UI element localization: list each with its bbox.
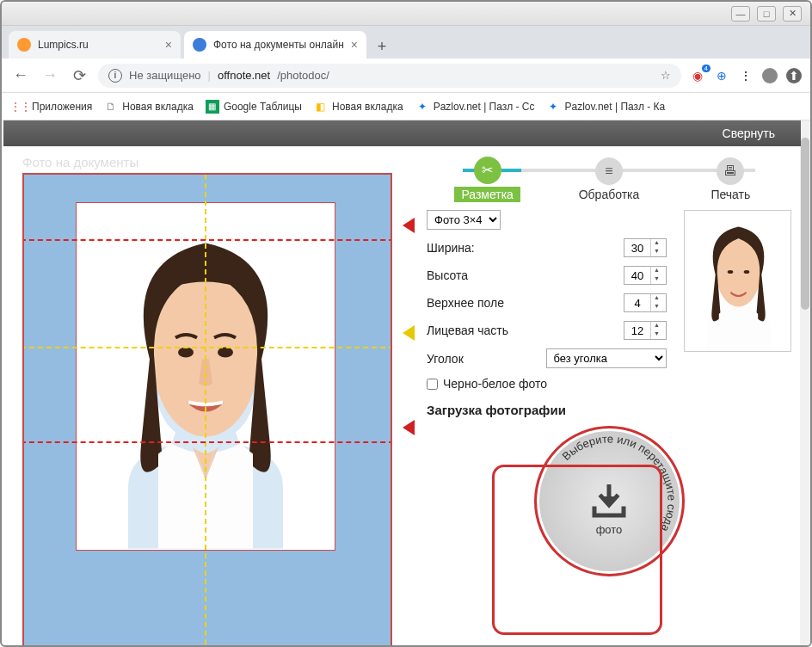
arrow-chin-icon[interactable] — [403, 420, 415, 435]
tab-lumpics[interactable]: Lumpics.ru × — [9, 31, 181, 59]
page-icon: ◧ — [314, 100, 328, 114]
scrollbar-thumb[interactable] — [801, 138, 809, 310]
upload-button[interactable]: Выберите или перетащите сюда фото — [534, 426, 685, 576]
sliders-icon: ≡ — [595, 157, 623, 185]
arrow-eyes-icon[interactable] — [403, 325, 415, 341]
puzzle-icon: ✦ — [415, 100, 429, 114]
window-close-button[interactable]: ✕ — [783, 6, 802, 22]
url-box[interactable]: i Не защищено | offnote.net/photodoc/ ☆ — [98, 64, 681, 88]
tab-photodoc[interactable]: Фото на документы онлайн × — [184, 31, 366, 59]
menu-icon[interactable]: ⋮ — [738, 68, 754, 83]
step-processing[interactable]: ≡ Обработка — [548, 157, 669, 201]
toolbar-icons: ◉4 ⊕ ⋮ ⬆ — [690, 68, 802, 83]
tab-title: Lumpics.ru — [38, 39, 89, 51]
step-print[interactable]: 🖶 Печать — [670, 157, 791, 201]
page-content: Свернуть Фото на документы — [2, 120, 810, 645]
svg-text:Выберите или перетащите сюда: Выберите или перетащите сюда — [559, 432, 678, 534]
bookmark-newtab2[interactable]: ◧Новая вкладка — [311, 98, 407, 115]
settings-row: Фото 3×4 Ширина: ▲▼ Высота ▲▼ Верхнее по… — [427, 210, 791, 391]
height-label: Высота — [427, 268, 617, 282]
app-topbar: Свернуть — [3, 120, 801, 146]
width-input[interactable]: ▲▼ — [624, 238, 667, 257]
site-info-icon[interactable]: i — [108, 69, 122, 83]
top-margin-input[interactable]: ▲▼ — [624, 293, 667, 312]
face-part-label: Лицевая часть — [427, 324, 617, 337]
star-icon[interactable]: ☆ — [661, 69, 671, 82]
guide-h-eyes[interactable] — [22, 347, 392, 348]
scrollbar[interactable] — [800, 120, 810, 645]
upload-center-label: фото — [596, 523, 623, 536]
window-maximize-button[interactable]: □ — [757, 6, 776, 22]
favicon-icon — [17, 38, 31, 52]
size-select[interactable]: Фото 3×4 — [427, 210, 501, 230]
width-label: Ширина: — [427, 241, 617, 255]
tab-close-icon[interactable]: × — [351, 38, 358, 52]
photo-editor-pane: Фото на документы — [2, 120, 415, 645]
new-tab-button[interactable]: + — [370, 34, 394, 59]
pane-title: Фото на документы — [22, 155, 406, 169]
extension-icon[interactable]: ◉4 — [690, 68, 705, 83]
sheets-icon: ▦ — [206, 100, 219, 114]
svg-point-6 — [728, 270, 734, 274]
more-icon[interactable]: ⬆ — [786, 68, 802, 83]
forward-button[interactable]: → — [40, 65, 60, 86]
apps-icon: ⋮⋮ — [14, 100, 28, 114]
tab-title: Фото на документы онлайн — [213, 39, 344, 51]
window-minimize-button[interactable]: — — [731, 6, 750, 22]
wizard-steps: ✂ Разметка ≡ Обработка 🖶 Печать — [427, 155, 791, 203]
favicon-icon — [193, 38, 206, 52]
corner-label: Уголок — [427, 352, 539, 366]
address-bar: ← → ⟳ i Не защищено | offnote.net/photod… — [2, 59, 810, 93]
bookmark-newtab1[interactable]: 🗋Новая вкладка — [101, 98, 197, 115]
back-button[interactable]: ← — [10, 65, 31, 86]
printer-icon: 🖶 — [717, 157, 744, 185]
avatar-icon[interactable] — [762, 68, 778, 83]
svg-point-3 — [218, 348, 233, 358]
collapse-link[interactable]: Свернуть — [723, 126, 775, 140]
face-part-input[interactable]: ▲▼ — [624, 321, 667, 340]
height-input[interactable]: ▲▼ — [624, 266, 667, 285]
top-margin-label: Верхнее поле — [427, 296, 617, 310]
bw-label: Черно-белое фото — [443, 377, 547, 391]
bookmark-pazlov2[interactable]: ✦Pazlov.net | Пазл - Ка — [543, 98, 668, 115]
page-icon: 🗋 — [104, 100, 118, 114]
globe-icon[interactable]: ⊕ — [714, 68, 729, 83]
reload-button[interactable]: ⟳ — [69, 65, 89, 86]
controls-pane: ✂ Разметка ≡ Обработка 🖶 Печать Фото 3×4… — [415, 120, 800, 645]
bw-checkbox[interactable] — [427, 379, 438, 390]
tab-close-icon[interactable]: × — [165, 38, 172, 52]
puzzle-icon: ✦ — [546, 100, 560, 114]
bookmarks-bar: ⋮⋮Приложения 🗋Новая вкладка ▦Google Табл… — [2, 93, 810, 120]
guide-h-chin[interactable] — [22, 441, 392, 443]
upload-heading: Загрузка фотографии — [427, 403, 791, 417]
security-status: Не защищено — [129, 69, 201, 82]
bookmark-pazlov1[interactable]: ✦Pazlov.net | Пазл - Сс — [412, 98, 538, 115]
upload-area: Выберите или перетащите сюда фото — [427, 426, 791, 576]
step-markup[interactable]: ✂ Разметка — [427, 157, 548, 202]
preview-thumbnail — [684, 210, 791, 352]
settings-form: Фото 3×4 Ширина: ▲▼ Высота ▲▼ Верхнее по… — [427, 210, 667, 391]
upload-curved-text: Выберите или перетащите сюда — [534, 426, 685, 576]
url-host: offnote.net — [218, 69, 270, 82]
crop-icon: ✂ — [474, 157, 501, 184]
corner-select[interactable]: без уголка — [546, 348, 667, 368]
bookmark-apps[interactable]: ⋮⋮Приложения — [10, 98, 95, 115]
photo-frame[interactable] — [22, 173, 392, 645]
window-titlebar: — □ ✕ — [2, 2, 810, 26]
url-path: /photodoc/ — [277, 69, 329, 82]
bookmark-sheets[interactable]: ▦Google Таблицы — [202, 98, 305, 115]
arrow-top-icon[interactable] — [403, 218, 415, 233]
svg-point-2 — [178, 348, 194, 358]
guide-h-top[interactable] — [22, 239, 392, 241]
svg-point-7 — [744, 270, 750, 274]
guide-v-center[interactable] — [205, 175, 206, 645]
browser-tabs: Lumpics.ru × Фото на документы онлайн × … — [2, 26, 810, 59]
